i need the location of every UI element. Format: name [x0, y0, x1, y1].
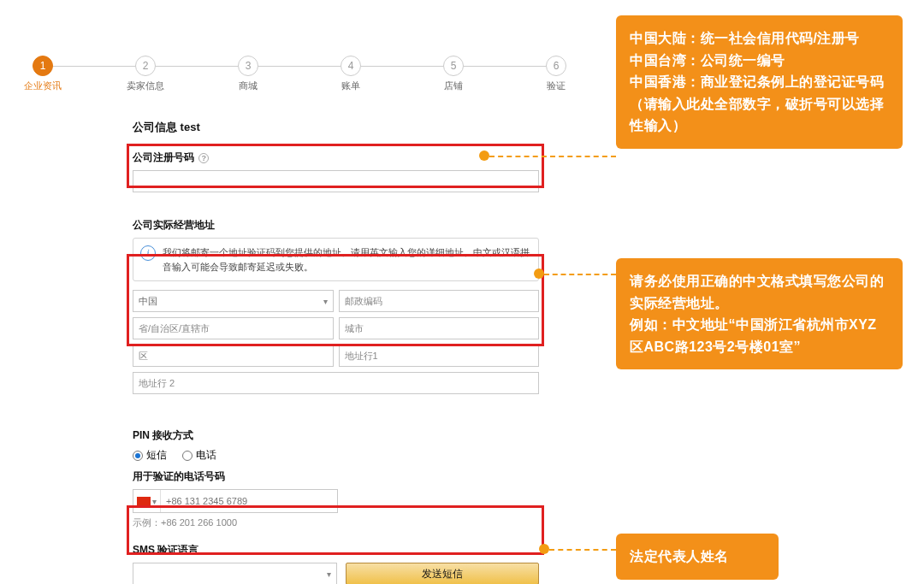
district-input[interactable] — [133, 345, 334, 367]
step-6-label: 验证 — [547, 80, 566, 92]
radio-sms-label: 短信 — [146, 448, 167, 463]
province-input[interactable] — [133, 317, 334, 339]
step-4[interactable]: 4 账单 — [325, 56, 376, 92]
progress-stepper: 1 企业资讯 2 卖家信息 3 商城 4 账单 5 店铺 6 验证 — [17, 56, 582, 98]
regnum-label: 公司注册号码 ? — [133, 150, 539, 165]
country-value: 中国 — [139, 295, 157, 308]
step-1-circle: 1 — [33, 56, 53, 76]
regnum-input[interactable] — [133, 170, 539, 192]
phone-field[interactable] — [161, 490, 337, 512]
phone-example: 示例：+86 201 266 1000 — [133, 516, 539, 529]
chevron-down-icon: ▾ — [152, 497, 157, 506]
step-4-label: 账单 — [341, 80, 360, 92]
flag-cn-icon — [137, 497, 151, 506]
addr1-input[interactable] — [339, 345, 540, 367]
flag-select[interactable]: ▾ — [133, 490, 161, 512]
step-5-label: 店铺 — [444, 80, 463, 92]
callout-regnum: 中国大陆：统一社会信用代码/注册号 中国台湾：公司统一编号 中国香港：商业登记条… — [616, 15, 903, 149]
step-5[interactable]: 5 店铺 — [428, 56, 479, 92]
step-2-circle: 2 — [135, 56, 156, 76]
phone-label: 用于验证的电话号码 — [133, 469, 539, 484]
step-1[interactable]: 1 企业资讯 — [17, 56, 68, 92]
callout-contact: 法定代表人姓名 — [616, 534, 779, 580]
chevron-down-icon: ▾ — [327, 569, 331, 579]
radio-sms[interactable]: 短信 — [133, 448, 167, 463]
company-info-title: 公司信息 test — [133, 120, 539, 135]
radio-call-btn — [182, 451, 192, 461]
zip-input[interactable] — [339, 290, 540, 312]
radio-call[interactable]: 电话 — [182, 448, 216, 463]
step-5-circle: 5 — [443, 56, 464, 76]
step-2-label: 卖家信息 — [127, 80, 164, 92]
step-2[interactable]: 2 卖家信息 — [120, 56, 171, 92]
send-sms-button[interactable]: 发送短信 — [346, 563, 540, 584]
send-sms-label: 发送短信 — [422, 567, 463, 581]
address-info: i 我们将邮寄一个地址验证码到您提供的地址。请用英文输入您的详细地址。中文或汉语… — [133, 238, 539, 281]
pin-title: PIN 接收方式 — [133, 428, 539, 443]
step-6-circle: 6 — [546, 56, 566, 76]
connector-3 — [549, 549, 616, 551]
country-select[interactable]: 中国 ▾ — [133, 290, 334, 312]
step-3-label: 商城 — [239, 80, 258, 92]
city-input[interactable] — [339, 317, 540, 339]
address-info-text: 我们将邮寄一个地址验证码到您提供的地址。请用英文输入您的详细地址。中文或汉语拼音… — [163, 247, 530, 272]
help-icon[interactable]: ? — [198, 153, 209, 163]
sms-lang-select[interactable]: ▾ — [133, 563, 337, 584]
regnum-label-text: 公司注册号码 — [133, 151, 194, 163]
addr2-input[interactable] — [133, 372, 539, 394]
radio-call-label: 电话 — [196, 448, 216, 463]
info-icon: i — [140, 245, 156, 261]
step-4-circle: 4 — [341, 56, 361, 76]
callout-address: 请务必使用正确的中文格式填写您公司的实际经营地址。 例如：中文地址“中国浙江省杭… — [616, 258, 903, 369]
address-title: 公司实际经营地址 — [133, 218, 539, 233]
step-6[interactable]: 6 验证 — [530, 56, 582, 92]
callout-dot-3 — [539, 544, 549, 554]
connector-2 — [544, 274, 616, 275]
chevron-down-icon: ▾ — [323, 297, 328, 306]
phone-input[interactable]: ▾ — [133, 489, 338, 513]
sms-lang-label: SMS 验证语言 — [133, 543, 539, 557]
radio-sms-btn — [133, 451, 143, 461]
step-3-circle: 3 — [238, 56, 258, 76]
step-3[interactable]: 3 商城 — [222, 56, 274, 92]
step-1-label: 企业资讯 — [24, 80, 62, 92]
